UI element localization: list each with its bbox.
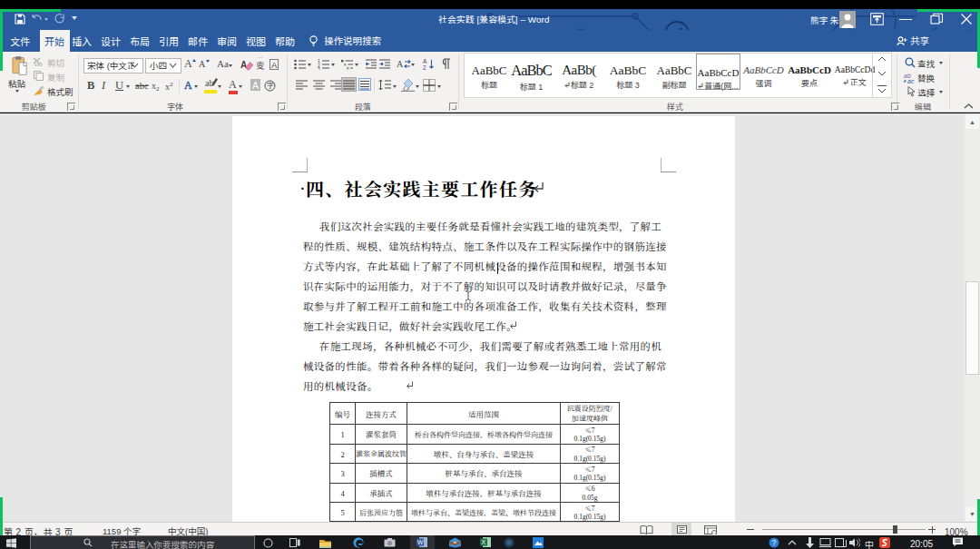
svg-text:X: X <box>482 539 486 545</box>
svg-text:A: A <box>397 59 404 69</box>
svg-text:字: 字 <box>267 80 274 90</box>
svg-text:A: A <box>240 60 247 70</box>
svg-text:?: ? <box>771 538 776 547</box>
svg-text:3: 3 <box>318 65 320 71</box>
svg-text:ac: ac <box>907 76 915 84</box>
svg-text:W: W <box>417 539 424 545</box>
svg-text:2: 2 <box>423 63 426 70</box>
